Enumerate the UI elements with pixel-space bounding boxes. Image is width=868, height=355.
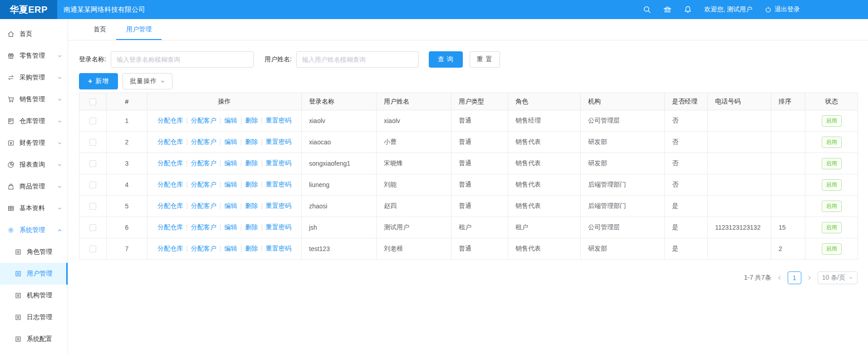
sidebar-item-finance[interactable]: 财务管理 (0, 132, 68, 154)
column-header: 状态 (805, 93, 858, 110)
action-assign-warehouse-link[interactable]: 分配仓库 (157, 245, 183, 252)
action-assign-customer-link[interactable]: 分配客户 (191, 223, 216, 231)
tab-user-manage[interactable]: 用户管理 (116, 19, 162, 40)
row-checkbox[interactable] (89, 182, 96, 188)
search-icon[interactable] (643, 5, 651, 14)
action-assign-warehouse-link[interactable]: 分配仓库 (157, 117, 183, 124)
action-assign-warehouse-link[interactable]: 分配仓库 (157, 181, 183, 188)
page-number-button[interactable]: 1 (788, 271, 801, 284)
next-page-button[interactable] (807, 275, 812, 281)
column-header: 是否经理 (665, 93, 708, 110)
action-reset-password-link[interactable]: 重置密码 (266, 117, 291, 124)
sidebar-item-role-manage[interactable]: 角色管理 (0, 241, 68, 263)
cell-user_type: 普通 (451, 110, 508, 132)
action-edit-link[interactable]: 编辑 (225, 202, 237, 209)
action-assign-customer-link[interactable]: 分配客户 (191, 245, 216, 252)
status-badge[interactable]: 启用 (822, 115, 842, 127)
status-badge[interactable]: 启用 (822, 201, 842, 212)
app-logo[interactable]: 华夏ERP (0, 0, 57, 19)
action-edit-link[interactable]: 编辑 (225, 138, 237, 145)
bank-icon[interactable] (663, 5, 672, 14)
tab-home[interactable]: 首页 (83, 19, 116, 40)
sidebar-item-retail[interactable]: 零售管理 (0, 45, 68, 67)
action-assign-customer-link[interactable]: 分配客户 (191, 159, 216, 167)
user-name-input[interactable] (296, 51, 419, 68)
sidebar-item-user-manage[interactable]: 用户管理 (0, 263, 68, 285)
action-edit-link[interactable]: 编辑 (225, 159, 237, 167)
sidebar-item-goods[interactable]: 商品管理 (0, 176, 68, 197)
sidebar-item-sales[interactable]: 销售管理 (0, 89, 68, 110)
add-button[interactable]: +新增 (79, 73, 118, 89)
action-separator: | (261, 159, 263, 167)
sidebar-item-sys-config[interactable]: 系统配置 (0, 328, 68, 350)
sidebar-item-basic[interactable]: 基本资料 (0, 197, 68, 219)
row-checkbox[interactable] (89, 224, 96, 231)
page-size-select[interactable]: 10 条/页 (818, 271, 858, 284)
row-actions: 分配仓库|分配客户|编辑|删除|重置密码 (147, 153, 302, 174)
row-checkbox[interactable] (89, 246, 96, 252)
action-delete-link[interactable]: 删除 (245, 181, 258, 188)
logout-label: 退出登录 (775, 5, 800, 14)
batch-actions-button[interactable]: 批量操作 (123, 73, 172, 89)
cell-login_name: liuneng (302, 174, 377, 196)
chevron-down-icon (848, 276, 853, 280)
sidebar-item-org-manage[interactable]: 机构管理 (0, 285, 68, 306)
action-assign-warehouse-link[interactable]: 分配仓库 (157, 202, 183, 209)
table-row: 4分配仓库|分配客户|编辑|删除|重置密码liuneng刘能普通销售代表后端管理… (79, 174, 858, 196)
sidebar-item-report[interactable]: 报表查询 (0, 154, 68, 176)
action-assign-customer-link[interactable]: 分配客户 (191, 117, 216, 124)
sidebar-item-home[interactable]: 首页 (0, 23, 68, 45)
action-reset-password-link[interactable]: 重置密码 (266, 202, 291, 209)
sidebar-item-purchase[interactable]: 采购管理 (0, 67, 68, 89)
bell-icon[interactable] (684, 5, 692, 14)
action-reset-password-link[interactable]: 重置密码 (266, 181, 291, 188)
action-reset-password-link[interactable]: 重置密码 (266, 159, 291, 167)
action-delete-link[interactable]: 删除 (245, 223, 258, 231)
status-badge[interactable]: 启用 (822, 222, 842, 233)
action-edit-link[interactable]: 编辑 (225, 181, 237, 188)
sidebar-item-log-manage[interactable]: 日志管理 (0, 306, 68, 328)
status-badge[interactable]: 启用 (822, 179, 842, 191)
row-checkbox[interactable] (89, 160, 96, 167)
action-assign-customer-link[interactable]: 分配客户 (191, 202, 216, 209)
reset-button[interactable]: 重 置 (470, 51, 500, 68)
row-checkbox[interactable] (89, 203, 96, 210)
action-reset-password-link[interactable]: 重置密码 (266, 245, 291, 252)
status-badge[interactable]: 启用 (822, 243, 842, 255)
row-checkbox[interactable] (89, 118, 96, 124)
cell-phone (708, 110, 771, 132)
action-delete-link[interactable]: 删除 (245, 159, 258, 167)
select-all-checkbox[interactable] (89, 99, 96, 105)
action-edit-link[interactable]: 编辑 (225, 245, 237, 252)
login-name-input[interactable] (111, 51, 254, 68)
action-delete-link[interactable]: 删除 (245, 138, 258, 145)
cell-is_manager: 是 (665, 196, 708, 217)
table-row: 1分配仓库|分配客户|编辑|删除|重置密码xiaolvxiaolv普通销售经理公… (79, 110, 858, 132)
prev-page-button[interactable] (777, 275, 782, 281)
row-checkbox[interactable] (89, 139, 96, 146)
action-edit-link[interactable]: 编辑 (225, 223, 237, 231)
action-assign-customer-link[interactable]: 分配客户 (191, 181, 216, 188)
action-assign-customer-link[interactable]: 分配客户 (191, 138, 216, 145)
status-badge[interactable]: 启用 (822, 158, 842, 169)
logout-button[interactable]: 退出登录 (765, 5, 800, 14)
search-button[interactable]: 查 询 (429, 51, 463, 68)
status-badge[interactable]: 启用 (822, 137, 842, 148)
action-delete-link[interactable]: 删除 (245, 245, 258, 252)
cell-user_name: xiaolv (377, 110, 451, 132)
sidebar-item-warehouse[interactable]: 仓库管理 (0, 110, 68, 132)
login-name-label: 登录名称: (79, 55, 106, 64)
action-reset-password-link[interactable]: 重置密码 (266, 223, 291, 231)
action-delete-link[interactable]: 删除 (245, 202, 258, 209)
action-reset-password-link[interactable]: 重置密码 (266, 138, 291, 145)
action-edit-link[interactable]: 编辑 (225, 117, 237, 124)
action-assign-warehouse-link[interactable]: 分配仓库 (157, 223, 183, 231)
action-assign-warehouse-link[interactable]: 分配仓库 (157, 138, 183, 145)
chevron-down-icon (160, 79, 165, 84)
table-row: 3分配仓库|分配客户|编辑|删除|重置密码songxiaofeng1宋晓锋普通销… (79, 153, 858, 174)
action-delete-link[interactable]: 删除 (245, 117, 258, 124)
welcome-text: 欢迎您, 测试用户 (704, 5, 752, 14)
sidebar-item-system[interactable]: 系统管理 (0, 219, 68, 241)
cell-user_name: 测试用户 (377, 217, 451, 238)
action-assign-warehouse-link[interactable]: 分配仓库 (157, 159, 183, 167)
